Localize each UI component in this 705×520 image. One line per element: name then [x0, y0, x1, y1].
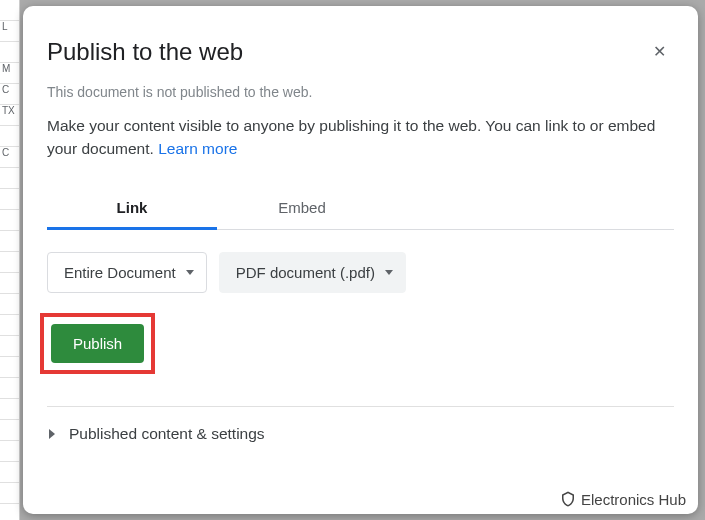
- publish-status-text: This document is not published to the we…: [47, 84, 674, 100]
- sheet-row-header: [0, 420, 19, 441]
- tab-bar: Link Embed: [47, 187, 674, 230]
- sheet-row-header: L: [0, 21, 19, 42]
- format-dropdown[interactable]: PDF document (.pdf): [219, 252, 406, 293]
- annotation-highlight: Publish: [40, 313, 155, 374]
- sheet-row-header: [0, 399, 19, 420]
- chevron-right-icon: [49, 429, 55, 439]
- sheet-row-header: [0, 378, 19, 399]
- sheet-row-header: [0, 273, 19, 294]
- sheet-row-header: [0, 168, 19, 189]
- tab-link[interactable]: Link: [47, 187, 217, 229]
- dialog-title: Publish to the web: [47, 38, 243, 66]
- sheet-row-header: [0, 252, 19, 273]
- tab-embed[interactable]: Embed: [217, 187, 387, 229]
- sheet-row-header: [0, 0, 19, 21]
- sheet-row-header: TX: [0, 105, 19, 126]
- sheet-row-header: [0, 231, 19, 252]
- shield-icon: [559, 490, 577, 508]
- expand-label: Published content & settings: [69, 425, 265, 443]
- sheet-row-header: [0, 483, 19, 504]
- sheet-row-header: [0, 504, 19, 520]
- description-text: Make your content visible to anyone by p…: [47, 117, 655, 157]
- sheet-row-header: C: [0, 84, 19, 105]
- sheet-row-header: [0, 42, 19, 63]
- caret-down-icon: [385, 270, 393, 275]
- sheet-row-header: [0, 462, 19, 483]
- caret-down-icon: [186, 270, 194, 275]
- watermark-text: Electronics Hub: [581, 491, 686, 508]
- sheet-row-header: C: [0, 147, 19, 168]
- sheet-row-header: [0, 189, 19, 210]
- sheet-row-header: [0, 336, 19, 357]
- published-content-settings-toggle[interactable]: Published content & settings: [47, 407, 674, 461]
- watermark: Electronics Hub: [559, 490, 686, 508]
- sheet-row-header: M: [0, 63, 19, 84]
- sheet-row-header: [0, 441, 19, 462]
- format-dropdown-label: PDF document (.pdf): [236, 264, 375, 281]
- learn-more-link[interactable]: Learn more: [158, 140, 237, 157]
- sheet-row-header: [0, 210, 19, 231]
- scope-dropdown-label: Entire Document: [64, 264, 176, 281]
- sheet-row-headers: LMCTXC: [0, 0, 20, 520]
- sheet-row-header: [0, 315, 19, 336]
- sheet-row-header: [0, 357, 19, 378]
- publish-dialog: Publish to the web ✕ This document is no…: [23, 6, 698, 514]
- publish-button[interactable]: Publish: [51, 324, 144, 363]
- close-icon[interactable]: ✕: [645, 34, 674, 69]
- dialog-description: Make your content visible to anyone by p…: [47, 114, 674, 161]
- sheet-row-header: [0, 126, 19, 147]
- sheet-row-header: [0, 294, 19, 315]
- scope-dropdown[interactable]: Entire Document: [47, 252, 207, 293]
